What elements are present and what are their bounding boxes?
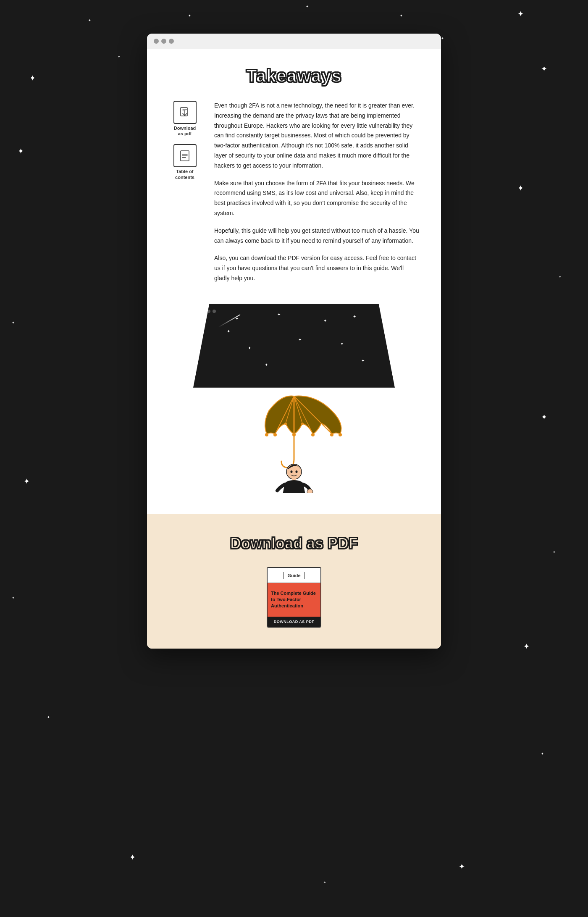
toc-label: Table ofcontents <box>175 169 194 180</box>
svg-point-22 <box>330 433 333 436</box>
svg-point-29 <box>296 470 298 473</box>
main-layout: Downloadas pdf Table ofcontents <box>168 101 420 291</box>
screen-dot <box>213 310 216 313</box>
paragraph-2: Make sure that you choose the form of 2F… <box>214 179 420 218</box>
star: ✦ <box>18 147 24 156</box>
toc-icon <box>179 150 191 162</box>
book-cover: The Complete Guide to Two-Factor Authent… <box>268 583 320 617</box>
star: ✦ <box>29 74 36 83</box>
screen-star: ✦ <box>323 318 327 323</box>
svg-point-20 <box>301 423 304 425</box>
star: ✦ <box>12 596 15 600</box>
browser-dot-green <box>169 39 174 44</box>
download-pdf-icon-box <box>173 101 197 124</box>
browser-window: Takeaways <box>147 34 441 649</box>
svg-point-18 <box>284 423 287 425</box>
main-text: Even though 2FA is not a new technology,… <box>214 101 420 291</box>
page-title: Takeaways <box>168 66 420 86</box>
download-section: Download as PDF Guide The Complete Guide… <box>147 514 441 649</box>
screen-star: ✦ <box>277 312 281 317</box>
screen-dots <box>202 310 216 313</box>
star: ✦ <box>553 550 556 554</box>
star: ✦ <box>400 14 403 18</box>
book-cover-text: The Complete Guide to Two-Factor Authent… <box>271 590 317 610</box>
illustration-wrapper: ✦ ✦ ✦ ✦ ✦ ✦ ✦ ✦ ✦ ✦ <box>193 304 395 493</box>
sidebar-icons: Downloadas pdf Table ofcontents <box>168 101 202 180</box>
star: ✦ <box>559 275 562 279</box>
svg-point-25 <box>286 464 302 479</box>
star: ✦ <box>517 9 524 18</box>
star: ✦ <box>88 18 91 22</box>
star: ✦ <box>12 321 15 325</box>
star: ✦ <box>306 5 309 8</box>
star: ✦ <box>118 55 121 59</box>
star: ✦ <box>47 715 50 719</box>
illustration-section: ✦ ✦ ✦ ✦ ✦ ✦ ✦ ✦ ✦ ✦ <box>168 304 420 493</box>
star: ✦ <box>523 642 530 651</box>
screen-star: ✦ <box>298 337 302 342</box>
star: ✦ <box>541 64 547 74</box>
paragraph-3: Hopefully, this guide will help you get … <box>214 226 420 246</box>
paragraph-4: Also, you can download the PDF version f… <box>214 253 420 283</box>
trapezoid-screen: ✦ ✦ ✦ ✦ ✦ ✦ ✦ ✦ ✦ ✦ <box>193 304 395 388</box>
screen-dot <box>207 310 210 313</box>
screen-star: ✦ <box>353 314 356 319</box>
book-card: Guide The Complete Guide to Two-Factor A… <box>267 567 321 628</box>
book-download-button[interactable]: DOWNLOAD AS PDF <box>268 617 320 627</box>
svg-point-28 <box>291 470 293 473</box>
star: ✦ <box>459 862 465 871</box>
star: ✦ <box>441 37 444 40</box>
star: ✦ <box>24 477 30 486</box>
browser-dot-yellow <box>161 39 166 44</box>
shooting-star <box>218 314 241 328</box>
star: ✦ <box>541 413 547 422</box>
screen-star: ✦ <box>248 346 251 350</box>
toc-widget[interactable]: Table ofcontents <box>173 144 197 180</box>
svg-point-23 <box>339 433 342 436</box>
star: ✦ <box>129 853 136 862</box>
star: ✦ <box>188 14 191 18</box>
browser-dot-red <box>154 39 159 44</box>
star: ✦ <box>541 752 544 756</box>
screen-star: ✦ <box>361 358 365 363</box>
download-section-title: Download as PDF <box>164 535 424 552</box>
book-guide-label: Guide <box>284 572 304 579</box>
svg-point-27 <box>307 489 313 493</box>
browser-titlebar <box>147 34 441 49</box>
paragraph-1: Even though 2FA is not a new technology,… <box>214 101 420 171</box>
figure-area <box>193 384 395 493</box>
screen-star: ✦ <box>340 342 344 346</box>
download-pdf-label: Downloadas pdf <box>174 126 196 137</box>
book-top: Guide <box>268 568 320 583</box>
content-area: Takeaways <box>147 49 441 514</box>
screen-dot <box>202 310 205 313</box>
star: ✦ <box>323 880 326 884</box>
svg-point-16 <box>265 433 268 436</box>
download-pdf-widget[interactable]: Downloadas pdf <box>173 101 197 137</box>
toc-icon-box <box>173 144 197 167</box>
screen-star: ✦ <box>265 363 268 367</box>
svg-point-21 <box>311 433 315 436</box>
download-icon <box>179 107 191 118</box>
svg-point-17 <box>273 433 277 436</box>
star: ✦ <box>517 184 524 193</box>
umbrella-person-illustration <box>239 384 349 493</box>
screen-star: ✦ <box>227 329 230 334</box>
